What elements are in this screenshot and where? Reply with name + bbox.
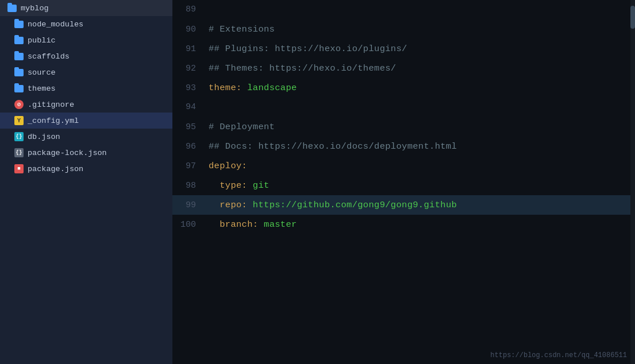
sidebar-item-packagelock[interactable]: {} package-lock.json <box>0 145 172 161</box>
code-line-95: 95 # Deployment <box>172 117 635 137</box>
sidebar-label-source: source <box>28 68 56 77</box>
sidebar-item-config[interactable]: Y _config.yml <box>0 113 172 129</box>
sidebar: myblog node_modules public scaffolds sou… <box>0 0 172 364</box>
line-number: 92 <box>172 59 204 79</box>
sidebar-label-public: public <box>28 36 56 45</box>
folder-icon <box>14 67 24 78</box>
packagejson-icon: ■ <box>14 164 24 174</box>
code-line-98: 98 type: git <box>172 176 635 195</box>
sidebar-label-node-modules: node_modules <box>28 20 83 29</box>
sidebar-label-packagejson: package.json <box>28 165 83 173</box>
code-line-96: 96 ## Docs: https://hexo.io/docs/deploym… <box>172 137 635 156</box>
folder-icon <box>14 35 24 45</box>
editor: 89 90 # Extensions 91 ## Plugins: https:… <box>172 0 635 364</box>
sidebar-item-gitignore[interactable]: ⊘ .gitignore <box>0 96 172 113</box>
folder-icon <box>7 3 17 13</box>
line-content: # Deployment <box>204 117 275 137</box>
code-line-99: 99 repo: https://github.com/gong9/gong9.… <box>172 195 635 215</box>
sidebar-label-gitignore: .gitignore <box>28 100 74 109</box>
code-line-92: 92 ## Themes: https://hexo.io/themes/ <box>172 59 635 78</box>
folder-icon <box>14 19 24 29</box>
sidebar-item-node-modules[interactable]: node_modules <box>0 16 172 32</box>
folder-icon <box>14 51 24 61</box>
config-icon: Y <box>14 115 24 126</box>
line-content: type: git <box>204 176 270 195</box>
sidebar-label-packagelock: package-lock.json <box>28 149 107 157</box>
sidebar-item-public[interactable]: public <box>0 32 172 48</box>
line-number: 94 <box>172 98 204 117</box>
line-number: 89 <box>172 0 204 20</box>
dbjson-icon: {} <box>14 131 24 142</box>
sidebar-item-source[interactable]: source <box>0 64 172 80</box>
code-line-89: 89 <box>172 0 635 20</box>
sidebar-item-packagejson[interactable]: ■ package.json <box>0 161 172 177</box>
line-content: deploy: <box>204 156 247 176</box>
line-number: 95 <box>172 118 204 137</box>
line-content: theme: landscape <box>204 78 297 98</box>
line-number: 90 <box>172 20 204 40</box>
sidebar-label-scaffolds: scaffolds <box>28 52 70 61</box>
gitignore-icon: ⊘ <box>14 99 24 110</box>
code-line-90: 90 # Extensions <box>172 20 635 39</box>
root-label: myblog <box>21 4 49 13</box>
sidebar-label-themes: themes <box>28 84 56 93</box>
code-line-100: 100 branch: master <box>172 215 635 234</box>
scrollbar[interactable] <box>630 0 635 364</box>
code-line-91: 91 ## Plugins: https://hexo.io/plugins/ <box>172 39 635 59</box>
sidebar-label-config: _config.yml <box>28 117 79 125</box>
line-number: 91 <box>172 40 204 59</box>
line-content: ## Docs: https://hexo.io/docs/deployment… <box>204 137 457 156</box>
line-number: 99 <box>172 196 204 215</box>
line-number: 96 <box>172 137 204 157</box>
sidebar-item-dbjson[interactable]: {} db.json <box>0 129 172 145</box>
code-line-97: 97 deploy: <box>172 156 635 176</box>
line-content: repo: https://github.com/gong9/gong9.git… <box>204 195 457 215</box>
code-line-93: 93 theme: landscape <box>172 78 635 98</box>
sidebar-item-themes[interactable]: themes <box>0 80 172 96</box>
sidebar-root[interactable]: myblog <box>0 0 172 16</box>
line-content: branch: master <box>204 215 297 234</box>
code-area[interactable]: 89 90 # Extensions 91 ## Plugins: https:… <box>172 0 635 364</box>
scroll-thumb[interactable] <box>630 6 635 29</box>
watermark: https://blog.csdn.net/qq_41086511 <box>490 351 627 359</box>
line-content: # Extensions <box>204 20 275 39</box>
sidebar-label-dbjson: db.json <box>28 133 60 141</box>
line-content: ## Plugins: https://hexo.io/plugins/ <box>204 39 407 59</box>
line-number: 93 <box>172 79 204 98</box>
folder-icon <box>14 83 24 94</box>
packagelock-icon: {} <box>14 148 24 158</box>
line-number: 98 <box>172 176 204 196</box>
line-number: 100 <box>172 215 204 235</box>
line-content: ## Themes: https://hexo.io/themes/ <box>204 59 396 78</box>
code-line-94: 94 <box>172 98 635 117</box>
line-number: 97 <box>172 157 204 176</box>
sidebar-item-scaffolds[interactable]: scaffolds <box>0 48 172 64</box>
